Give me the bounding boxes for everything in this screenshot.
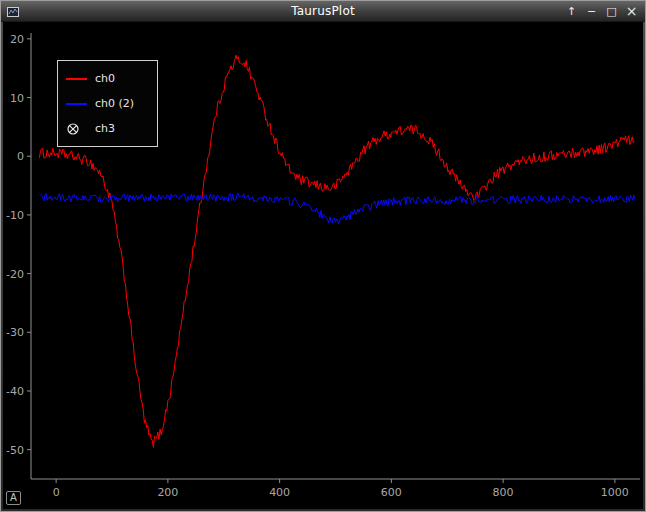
keep-above-button[interactable]: ↑: [563, 3, 580, 19]
titlebar[interactable]: TaurusPlot ↑ − □ ×: [1, 1, 645, 22]
maximize-button[interactable]: □: [603, 3, 620, 19]
taurusplot-window: TaurusPlot ↑ − □ × 20100-10-20-30-40-500…: [0, 0, 646, 512]
window-title: TaurusPlot: [1, 4, 645, 18]
svg-text:20: 20: [10, 33, 24, 46]
svg-text:0: 0: [17, 150, 24, 163]
svg-text:0: 0: [53, 486, 60, 499]
svg-text:1000: 1000: [601, 486, 629, 499]
legend-label-ch0-2: ch0 (2): [95, 97, 134, 110]
svg-text:-50: -50: [6, 444, 24, 457]
ch0-line-sample: [66, 78, 87, 80]
plot-area[interactable]: 20100-10-20-30-40-5002004006008001000 ch…: [3, 22, 643, 509]
svg-text:800: 800: [493, 486, 514, 499]
svg-text:-10: -10: [6, 209, 24, 222]
crossed-circle-icon: [66, 122, 87, 136]
svg-text:200: 200: [157, 486, 178, 499]
legend-item-ch0[interactable]: ch0: [66, 66, 157, 91]
legend-label-ch3: ch3: [95, 122, 115, 135]
legend-item-ch0-2[interactable]: ch0 (2): [66, 91, 157, 116]
app-icon: [6, 4, 20, 18]
close-button[interactable]: ×: [623, 3, 640, 19]
legend-label-ch0: ch0: [95, 72, 115, 85]
svg-text:-20: -20: [6, 268, 24, 281]
window-controls: ↑ − □ ×: [563, 3, 640, 19]
svg-text:600: 600: [381, 486, 402, 499]
svg-text:-40: -40: [6, 385, 24, 398]
svg-text:10: 10: [10, 92, 24, 105]
autoscale-button[interactable]: A: [6, 491, 21, 505]
minimize-button[interactable]: −: [583, 3, 600, 19]
svg-text:400: 400: [269, 486, 290, 499]
ch0-2-line-sample: [66, 103, 87, 105]
legend-item-ch3[interactable]: ch3: [66, 116, 157, 141]
svg-text:-30: -30: [6, 326, 24, 339]
legend[interactable]: ch0 ch0 (2) ch3: [57, 60, 158, 147]
